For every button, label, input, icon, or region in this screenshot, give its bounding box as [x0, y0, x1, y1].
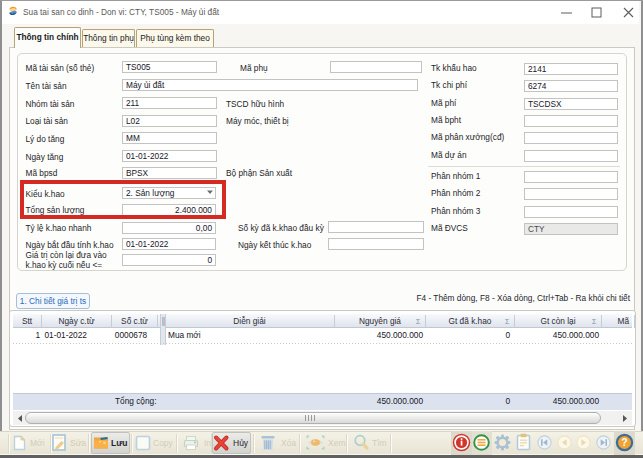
svg-text:?: ? [621, 436, 627, 448]
